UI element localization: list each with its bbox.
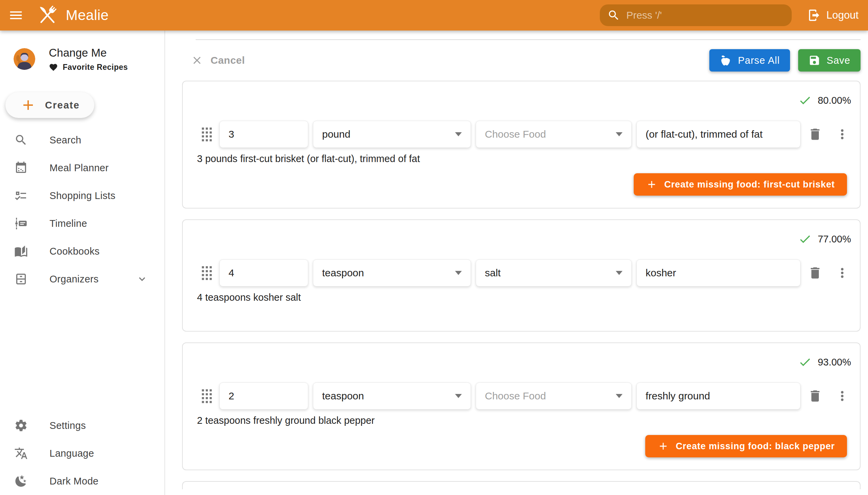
calendar-icon <box>14 161 28 175</box>
sidebar-item-search[interactable]: Search <box>0 126 165 154</box>
logout-button[interactable]: Logout <box>807 8 858 22</box>
sidebar-item-label: Shopping Lists <box>50 190 115 201</box>
quantity-input[interactable] <box>219 259 308 287</box>
unit-select[interactable]: teaspoon <box>313 259 471 287</box>
app-title: Mealie <box>66 7 109 23</box>
sidebar-item-settings[interactable]: Settings <box>0 412 165 439</box>
mealie-logo-icon <box>34 2 61 29</box>
delete-button[interactable] <box>807 266 822 280</box>
search-bar[interactable]: Press '/' <box>600 4 792 26</box>
ingredient-card-partial <box>182 481 861 489</box>
confidence-indicator: 93.00% <box>191 355 851 369</box>
logout-icon <box>807 8 821 22</box>
save-icon <box>808 54 820 66</box>
timeline-icon <box>14 217 28 230</box>
more-options-button[interactable] <box>835 127 850 142</box>
sidebar-item-label: Meal Planner <box>50 163 108 174</box>
user-name: Change Me <box>49 47 128 59</box>
create-button[interactable]: Create <box>5 92 94 118</box>
sidebar-item-shopping-lists[interactable]: Shopping Lists <box>0 182 165 209</box>
translate-icon <box>14 446 28 460</box>
drag-handle-icon[interactable] <box>200 264 213 281</box>
sidebar-item-organizers[interactable]: Organizers <box>0 265 165 293</box>
plus-icon <box>658 440 669 452</box>
dropdown-arrow-icon <box>455 271 462 275</box>
delete-button[interactable] <box>807 127 822 142</box>
sidebar-item-label: Organizers <box>50 274 99 285</box>
confidence-indicator: 80.00% <box>191 93 851 107</box>
unit-value: pound <box>322 129 350 140</box>
gear-icon <box>14 419 28 432</box>
sidebar-item-timeline[interactable]: Timeline <box>0 209 165 237</box>
food-select[interactable]: salt <box>476 259 632 287</box>
unit-value: teaspoon <box>322 390 364 402</box>
create-missing-food-button[interactable]: Create missing food: black pepper <box>645 435 847 457</box>
plus-icon <box>20 97 36 113</box>
dropdown-arrow-icon <box>455 132 462 136</box>
parser-toolbar: Cancel Parse All Save <box>182 40 861 81</box>
search-icon <box>607 9 620 22</box>
confidence-value: 80.00% <box>818 95 851 106</box>
menu-button[interactable] <box>8 7 24 23</box>
more-options-button[interactable] <box>835 266 850 280</box>
ingredient-fields-row: pound Choose Food <box>191 121 851 148</box>
dropdown-arrow-icon <box>455 394 462 398</box>
moon-icon <box>14 474 28 488</box>
dropdown-arrow-icon <box>616 271 623 275</box>
save-button[interactable]: Save <box>798 49 861 71</box>
search-placeholder: Press '/' <box>626 10 662 21</box>
sidebar-item-language[interactable]: Language <box>0 439 165 467</box>
delete-button[interactable] <box>807 389 822 404</box>
parse-all-button[interactable]: Parse All <box>709 49 790 71</box>
checklist-icon <box>14 189 28 202</box>
sidebar-item-dark-mode[interactable]: Dark Mode <box>0 467 165 495</box>
search-icon <box>14 133 28 147</box>
sidebar: Change Me Favorite Recipes Create Search <box>0 31 165 495</box>
chevron-down-icon <box>136 273 148 285</box>
avatar <box>14 48 35 70</box>
dropdown-arrow-icon <box>616 394 623 398</box>
unit-select[interactable]: teaspoon <box>313 382 471 410</box>
plus-icon <box>646 179 658 190</box>
sidebar-item-label: Language <box>50 448 94 459</box>
unit-select[interactable]: pound <box>313 121 471 148</box>
food-select[interactable]: Choose Food <box>476 382 632 410</box>
cancel-button[interactable]: Cancel <box>191 54 245 66</box>
food-placeholder: Choose Food <box>485 390 546 402</box>
note-input[interactable] <box>636 121 801 148</box>
create-missing-food-button[interactable]: Create missing food: first-cut brisket <box>634 173 847 195</box>
create-missing-food-label: Create missing food: black pepper <box>676 441 835 451</box>
ingredient-fields-row: teaspoon Choose Food <box>191 382 851 410</box>
favorite-recipes-link[interactable]: Favorite Recipes <box>49 63 128 72</box>
drag-handle-icon[interactable] <box>200 388 213 405</box>
cancel-label: Cancel <box>210 55 245 66</box>
favorite-recipes-label: Favorite Recipes <box>63 63 128 72</box>
book-open-icon <box>14 244 28 258</box>
ingredient-fields-row: teaspoon salt <box>191 259 851 287</box>
sidebar-bottom-nav: Settings Language Dark Mode <box>0 412 165 495</box>
quantity-input[interactable] <box>219 121 308 148</box>
user-profile[interactable]: Change Me Favorite Recipes <box>14 44 159 74</box>
logout-label: Logout <box>826 9 858 21</box>
drag-handle-icon[interactable] <box>200 126 213 143</box>
note-input[interactable] <box>636 259 801 287</box>
more-options-button[interactable] <box>835 389 850 404</box>
confidence-value: 77.00% <box>818 234 851 245</box>
check-icon <box>798 355 812 369</box>
sidebar-item-meal-planner[interactable]: Meal Planner <box>0 154 165 182</box>
close-icon <box>191 54 203 66</box>
sidebar-item-label: Timeline <box>50 218 87 229</box>
check-icon <box>798 93 812 107</box>
food-select[interactable]: Choose Food <box>476 121 632 148</box>
missing-food-row: Create missing food: black pepper <box>191 435 851 457</box>
food-placeholder: Choose Food <box>485 129 546 140</box>
parse-all-label: Parse All <box>738 55 780 66</box>
confidence-value: 93.00% <box>818 357 851 368</box>
original-ingredient-text: 4 teaspoons kosher salt <box>197 292 851 303</box>
note-input[interactable] <box>636 382 801 410</box>
main-content: Cancel Parse All Save 80.00% <box>165 31 868 495</box>
sidebar-item-cookbooks[interactable]: Cookbooks <box>0 237 165 265</box>
top-app-bar: Mealie Press '/' Logout <box>0 0 868 31</box>
quantity-input[interactable] <box>219 382 308 410</box>
heart-icon <box>49 63 58 72</box>
